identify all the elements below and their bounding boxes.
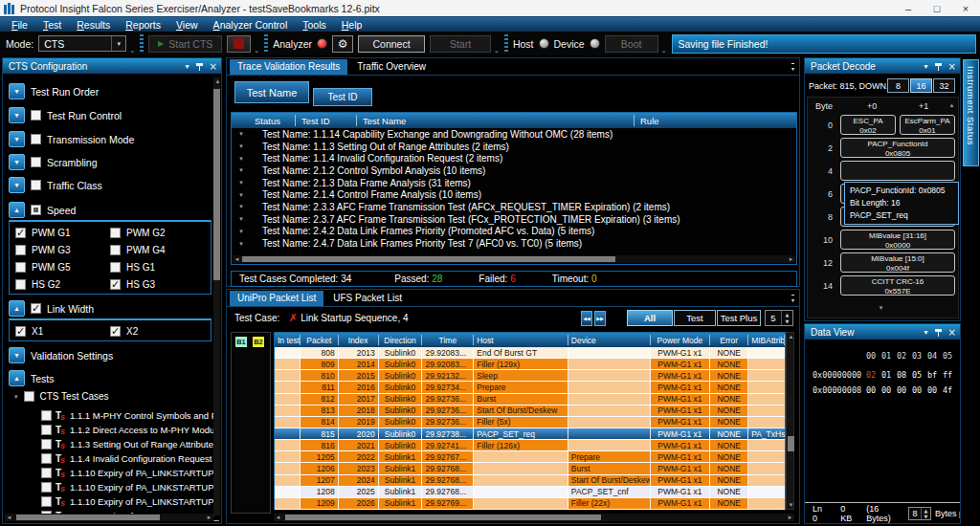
tab-trace-validation-results[interactable]: Trace Validation Results — [230, 59, 347, 75]
chevron-up-icon[interactable]: ▴ — [9, 202, 25, 218]
row-expander-icon[interactable]: ▾ — [235, 240, 247, 248]
test-case-checkbox[interactable] — [41, 468, 52, 478]
section-validation-settings[interactable]: ▾ Validation Settings — [9, 347, 113, 363]
test-result-row[interactable]: ▾ Test Name: 1.1.14 Capability Exchange … — [232, 128, 796, 141]
column-header-rule[interactable]: Rule — [634, 115, 796, 125]
speed-option[interactable]: PWM G3 — [15, 241, 110, 258]
speed-option-checkbox[interactable] — [15, 262, 26, 273]
section-test-run-control[interactable]: ▾ Test Run Control — [9, 107, 122, 123]
speed-option[interactable]: PWM G2 — [110, 224, 205, 241]
speed-option[interactable]: PWM G5 — [15, 258, 110, 275]
packet-row[interactable]: 8162021Sublink029.92741...Filler (126x)P… — [275, 440, 785, 451]
spin-down-icon[interactable]: ▼ — [922, 514, 930, 519]
column-header-host[interactable]: Host — [474, 335, 568, 345]
row-expander-icon[interactable]: ▾ — [235, 228, 247, 235]
scroll-up-icon[interactable]: ▴ — [213, 77, 222, 85]
column-header-status[interactable]: Status — [232, 115, 295, 125]
column-header-error[interactable]: Error — [710, 335, 748, 345]
tab-ufs-packet-list[interactable]: UFS Packet List — [325, 291, 410, 306]
packet-row[interactable]: 8112016Sublink029.92734...PreparePWM-G1 … — [275, 382, 785, 393]
bookmark-b1[interactable]: B1 — [234, 336, 248, 348]
start-cts-button[interactable]: ▶ Start CTS — [148, 35, 222, 53]
column-header-index[interactable]: Index — [339, 335, 379, 345]
decode-cell[interactable]: EscParm_PA0x01 — [900, 115, 955, 135]
speed-option-checkbox[interactable] — [110, 262, 121, 273]
column-header-time[interactable]: Time — [422, 335, 474, 345]
mode-select[interactable]: CTS ▾ — [38, 35, 126, 52]
next-test-button[interactable]: ▶▶ — [594, 311, 606, 326]
minimize-button[interactable]: – — [894, 3, 923, 14]
row-expander-icon[interactable]: ▾ — [235, 179, 247, 186]
test-result-row[interactable]: ▾ Test Name: 2.3.3 AFC Frame Transmissio… — [232, 201, 796, 213]
test-result-row[interactable]: ▾ Test Name: 1.1.4 Invalid Configuration… — [232, 152, 796, 164]
scrollbar-thumb[interactable] — [16, 515, 160, 520]
scroll-left-icon[interactable]: ◂ — [5, 514, 13, 521]
scroll-right-icon[interactable]: ▸ — [205, 514, 213, 521]
decode-cell[interactable]: MIBvalue [31:16]0x0000 — [840, 230, 955, 250]
scroll-down-icon[interactable]: ▾ — [877, 304, 885, 312]
menu-item[interactable]: Analyzer Control — [206, 19, 296, 31]
device-status-led[interactable] — [590, 38, 600, 49]
speed-option-checkbox[interactable] — [110, 245, 121, 255]
packet-row[interactable]: 12092026Sublink129.92769...Filler (22x)P… — [275, 498, 785, 510]
test-result-row[interactable]: ▾ Test Name: 2.4.7 Data Link Frames Prio… — [232, 237, 796, 250]
column-header-device[interactable]: Device — [568, 335, 651, 345]
close-button[interactable]: × — [951, 3, 980, 14]
hex-byte[interactable]: 00 — [897, 385, 906, 395]
menu-item[interactable]: Help — [334, 19, 370, 31]
spin-up-icon[interactable]: ▲ — [782, 311, 792, 318]
packet-horizontal-scrollbar[interactable]: ◂ ▸ — [274, 514, 794, 521]
panel-menu-icon[interactable]: ▾ — [791, 63, 794, 72]
test-case-item[interactable]: Ts 1.1.2 Direct Access to M-PHY Module A… — [41, 423, 219, 437]
test-case-checkbox[interactable] — [41, 453, 52, 464]
scrollbar-thumb[interactable] — [788, 436, 794, 451]
transmission-mode-checkbox[interactable] — [31, 134, 41, 144]
test-result-row[interactable]: ▾ Test Name: 2.3.7 AFC Frame Transmissio… — [232, 213, 796, 226]
hex-byte[interactable]: 08 — [897, 370, 906, 380]
link-width-option[interactable]: X2 — [110, 322, 205, 340]
hex-byte[interactable]: 05 — [912, 370, 922, 380]
test-case-item[interactable]: Ts 1.1.4 Invalid Configuration Request — [41, 451, 219, 466]
decode-cell[interactable]: PACP_FunctionId0x0805 — [840, 138, 955, 158]
pin-icon[interactable] — [195, 62, 204, 71]
column-header-power-mode[interactable]: Power Mode — [651, 335, 711, 345]
section-scrambling[interactable]: ▾ Scrambling — [9, 154, 98, 170]
packet-row[interactable]: 8082013Sublink029.92083...End Of Burst G… — [275, 347, 785, 359]
analyzer-settings-button[interactable]: ⚙ — [332, 35, 353, 53]
menu-item[interactable]: View — [168, 19, 206, 31]
packet-row[interactable]: 12082025Sublink129.92768...PACP_SET_cnfP… — [275, 487, 785, 498]
chevron-down-icon[interactable]: ▾ — [9, 177, 25, 193]
menu-item[interactable]: File — [4, 19, 35, 31]
test-result-row[interactable]: ▾ Test Name: 2.1.4 Control Frame Analysi… — [232, 188, 796, 201]
scroll-right-icon[interactable]: ▸ — [786, 514, 794, 521]
maximize-button[interactable]: □ — [923, 3, 951, 14]
traffic-class-checkbox[interactable] — [31, 180, 41, 190]
speed-option[interactable]: HS G2 — [15, 275, 110, 293]
hex-byte[interactable]: 00 — [912, 385, 922, 395]
column-header-test-id[interactable]: Test ID — [295, 115, 356, 125]
toolbar-grip[interactable] — [140, 34, 144, 54]
close-icon[interactable]: × — [210, 62, 217, 71]
row-expander-icon[interactable]: ▾ — [235, 166, 247, 174]
scroll-left-icon[interactable]: ◂ — [274, 514, 282, 521]
test-number-spinner[interactable]: 5 ▲▼ — [765, 310, 793, 326]
speed-option-checkbox[interactable] — [15, 279, 26, 290]
test-result-row[interactable]: ▾ Test Name: 1.1.3 Setting Out of Range … — [232, 141, 796, 153]
speed-option[interactable]: HS G1 — [110, 258, 205, 275]
packet-row[interactable]: 8152020Sublink029.92738...PACP_SET_reqPW… — [275, 428, 785, 440]
hex-byte[interactable]: 4f — [943, 385, 952, 395]
group-by-test-id-button[interactable]: Test ID — [313, 88, 372, 106]
scroll-up-icon[interactable]: ▴ — [947, 101, 956, 109]
column-header-packet[interactable]: Packet — [301, 335, 339, 345]
hex-byte[interactable]: 00 — [866, 385, 876, 395]
tab-instrument-status[interactable]: Instrument Status — [963, 59, 979, 166]
menu-item[interactable]: Tools — [295, 19, 334, 31]
panel-menu-icon[interactable]: ▾ — [186, 62, 189, 71]
host-status-led[interactable] — [539, 38, 549, 49]
hex-byte[interactable]: 02 — [866, 370, 876, 380]
column-header-test-name[interactable]: Test Name — [356, 115, 634, 125]
close-icon[interactable]: × — [948, 328, 956, 337]
link-width-option[interactable]: X1 — [15, 322, 110, 340]
section-speed[interactable]: ▴ Speed — [9, 202, 76, 218]
overflow-chevron-icon[interactable]: ⌄ — [661, 47, 667, 55]
